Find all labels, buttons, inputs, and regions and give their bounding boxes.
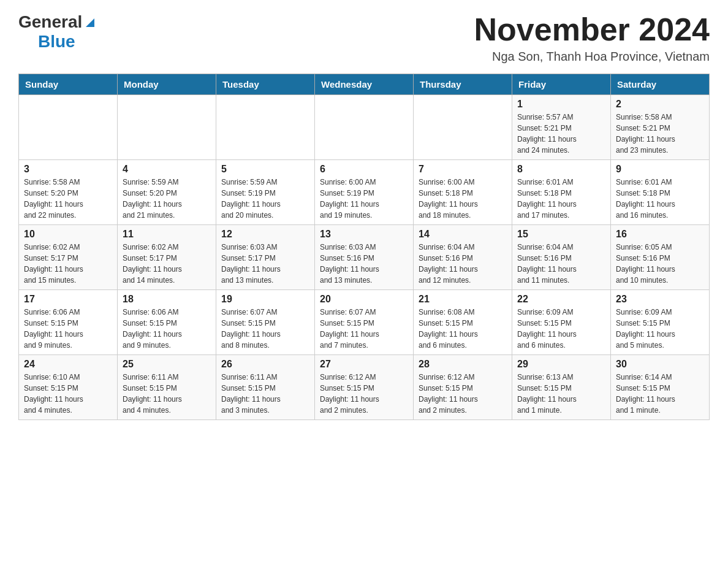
- calendar-cell: 3Sunrise: 5:58 AM Sunset: 5:20 PM Daylig…: [19, 160, 118, 225]
- day-number: 7: [419, 164, 507, 175]
- calendar-cell: 7Sunrise: 6:00 AM Sunset: 5:18 PM Daylig…: [414, 160, 512, 225]
- calendar-week-2: 3Sunrise: 5:58 AM Sunset: 5:20 PM Daylig…: [19, 160, 710, 225]
- calendar-body: 1Sunrise: 5:57 AM Sunset: 5:21 PM Daylig…: [19, 95, 710, 420]
- day-info: Sunrise: 6:07 AM Sunset: 5:15 PM Dayligh…: [320, 307, 408, 351]
- day-info: Sunrise: 6:00 AM Sunset: 5:19 PM Dayligh…: [320, 177, 408, 221]
- day-info: Sunrise: 6:09 AM Sunset: 5:15 PM Dayligh…: [616, 307, 704, 351]
- day-info: Sunrise: 6:00 AM Sunset: 5:18 PM Dayligh…: [419, 177, 507, 221]
- calendar-cell: 27Sunrise: 6:12 AM Sunset: 5:15 PM Dayli…: [315, 355, 414, 420]
- calendar-cell: 17Sunrise: 6:06 AM Sunset: 5:15 PM Dayli…: [19, 290, 118, 355]
- header-tuesday: Tuesday: [216, 74, 315, 95]
- logo-general-text: General: [18, 12, 82, 32]
- header-thursday: Thursday: [414, 74, 512, 95]
- day-number: 2: [616, 99, 704, 110]
- svg-marker-0: [86, 18, 94, 27]
- day-number: 24: [24, 359, 112, 370]
- calendar-cell: [414, 95, 512, 160]
- calendar-cell: 4Sunrise: 5:59 AM Sunset: 5:20 PM Daylig…: [118, 160, 216, 225]
- calendar-cell: 15Sunrise: 6:04 AM Sunset: 5:16 PM Dayli…: [512, 225, 611, 290]
- header: General Blue November 2024 Nga Son, Than…: [18, 12, 710, 64]
- logo-blue-text: Blue: [38, 32, 75, 52]
- calendar-cell: 29Sunrise: 6:13 AM Sunset: 5:15 PM Dayli…: [512, 355, 611, 420]
- header-wednesday: Wednesday: [315, 74, 414, 95]
- day-info: Sunrise: 6:03 AM Sunset: 5:16 PM Dayligh…: [320, 242, 408, 286]
- day-info: Sunrise: 5:57 AM Sunset: 5:21 PM Dayligh…: [517, 112, 605, 156]
- day-info: Sunrise: 6:13 AM Sunset: 5:15 PM Dayligh…: [517, 372, 605, 416]
- day-number: 5: [221, 164, 309, 175]
- day-number: 6: [320, 164, 408, 175]
- day-info: Sunrise: 6:02 AM Sunset: 5:17 PM Dayligh…: [123, 242, 211, 286]
- calendar-cell: 23Sunrise: 6:09 AM Sunset: 5:15 PM Dayli…: [611, 290, 710, 355]
- calendar-cell: 16Sunrise: 6:05 AM Sunset: 5:16 PM Dayli…: [611, 225, 710, 290]
- day-info: Sunrise: 6:12 AM Sunset: 5:15 PM Dayligh…: [320, 372, 408, 416]
- day-number: 23: [616, 294, 704, 305]
- calendar-cell: 14Sunrise: 6:04 AM Sunset: 5:16 PM Dayli…: [414, 225, 512, 290]
- calendar-cell: [315, 95, 414, 160]
- calendar-cell: 18Sunrise: 6:06 AM Sunset: 5:15 PM Dayli…: [118, 290, 216, 355]
- day-info: Sunrise: 6:02 AM Sunset: 5:17 PM Dayligh…: [24, 242, 112, 286]
- calendar-cell: 30Sunrise: 6:14 AM Sunset: 5:15 PM Dayli…: [611, 355, 710, 420]
- day-number: 26: [221, 359, 309, 370]
- day-number: 25: [123, 359, 211, 370]
- day-number: 11: [123, 229, 211, 240]
- logo: General Blue: [18, 12, 97, 52]
- title-area: November 2024 Nga Son, Thanh Hoa Provinc…: [474, 12, 710, 64]
- day-number: 14: [419, 229, 507, 240]
- calendar-cell: 24Sunrise: 6:10 AM Sunset: 5:15 PM Dayli…: [19, 355, 118, 420]
- day-info: Sunrise: 6:04 AM Sunset: 5:16 PM Dayligh…: [517, 242, 605, 286]
- calendar-week-4: 17Sunrise: 6:06 AM Sunset: 5:15 PM Dayli…: [19, 290, 710, 355]
- calendar-cell: 22Sunrise: 6:09 AM Sunset: 5:15 PM Dayli…: [512, 290, 611, 355]
- calendar-cell: 13Sunrise: 6:03 AM Sunset: 5:16 PM Dayli…: [315, 225, 414, 290]
- calendar-header: Sunday Monday Tuesday Wednesday Thursday…: [19, 74, 710, 95]
- day-info: Sunrise: 6:14 AM Sunset: 5:15 PM Dayligh…: [616, 372, 704, 416]
- day-number: 28: [419, 359, 507, 370]
- day-number: 27: [320, 359, 408, 370]
- day-number: 30: [616, 359, 704, 370]
- header-saturday: Saturday: [611, 74, 710, 95]
- day-number: 13: [320, 229, 408, 240]
- day-number: 8: [517, 164, 605, 175]
- day-number: 12: [221, 229, 309, 240]
- day-info: Sunrise: 6:07 AM Sunset: 5:15 PM Dayligh…: [221, 307, 309, 351]
- calendar-cell: 20Sunrise: 6:07 AM Sunset: 5:15 PM Dayli…: [315, 290, 414, 355]
- day-info: Sunrise: 6:11 AM Sunset: 5:15 PM Dayligh…: [221, 372, 309, 416]
- day-number: 3: [24, 164, 112, 175]
- calendar-week-3: 10Sunrise: 6:02 AM Sunset: 5:17 PM Dayli…: [19, 225, 710, 290]
- calendar-week-5: 24Sunrise: 6:10 AM Sunset: 5:15 PM Dayli…: [19, 355, 710, 420]
- calendar-cell: 6Sunrise: 6:00 AM Sunset: 5:19 PM Daylig…: [315, 160, 414, 225]
- day-info: Sunrise: 5:59 AM Sunset: 5:19 PM Dayligh…: [221, 177, 309, 221]
- day-number: 18: [123, 294, 211, 305]
- day-info: Sunrise: 6:04 AM Sunset: 5:16 PM Dayligh…: [419, 242, 507, 286]
- day-info: Sunrise: 6:11 AM Sunset: 5:15 PM Dayligh…: [123, 372, 211, 416]
- calendar-table: Sunday Monday Tuesday Wednesday Thursday…: [18, 74, 710, 420]
- calendar-cell: 8Sunrise: 6:01 AM Sunset: 5:18 PM Daylig…: [512, 160, 611, 225]
- calendar-cell: 28Sunrise: 6:12 AM Sunset: 5:15 PM Dayli…: [414, 355, 512, 420]
- day-info: Sunrise: 6:08 AM Sunset: 5:15 PM Dayligh…: [419, 307, 507, 351]
- main-title: November 2024: [474, 12, 710, 47]
- day-info: Sunrise: 5:58 AM Sunset: 5:20 PM Dayligh…: [24, 177, 112, 221]
- calendar-week-1: 1Sunrise: 5:57 AM Sunset: 5:21 PM Daylig…: [19, 95, 710, 160]
- calendar-cell: 25Sunrise: 6:11 AM Sunset: 5:15 PM Dayli…: [118, 355, 216, 420]
- day-number: 21: [419, 294, 507, 305]
- calendar-cell: 5Sunrise: 5:59 AM Sunset: 5:19 PM Daylig…: [216, 160, 315, 225]
- header-friday: Friday: [512, 74, 611, 95]
- day-info: Sunrise: 6:01 AM Sunset: 5:18 PM Dayligh…: [517, 177, 605, 221]
- calendar-cell: [216, 95, 315, 160]
- calendar-cell: 10Sunrise: 6:02 AM Sunset: 5:17 PM Dayli…: [19, 225, 118, 290]
- day-number: 22: [517, 294, 605, 305]
- calendar-cell: 2Sunrise: 5:58 AM Sunset: 5:21 PM Daylig…: [611, 95, 710, 160]
- day-info: Sunrise: 6:06 AM Sunset: 5:15 PM Dayligh…: [24, 307, 112, 351]
- day-number: 10: [24, 229, 112, 240]
- day-info: Sunrise: 6:09 AM Sunset: 5:15 PM Dayligh…: [517, 307, 605, 351]
- day-number: 4: [123, 164, 211, 175]
- day-number: 9: [616, 164, 704, 175]
- day-info: Sunrise: 6:06 AM Sunset: 5:15 PM Dayligh…: [123, 307, 211, 351]
- calendar-cell: 12Sunrise: 6:03 AM Sunset: 5:17 PM Dayli…: [216, 225, 315, 290]
- day-info: Sunrise: 5:59 AM Sunset: 5:20 PM Dayligh…: [123, 177, 211, 221]
- day-number: 17: [24, 294, 112, 305]
- subtitle: Nga Son, Thanh Hoa Province, Vietnam: [474, 50, 710, 64]
- day-number: 19: [221, 294, 309, 305]
- logo-triangle-icon: [83, 16, 97, 29]
- calendar-cell: [118, 95, 216, 160]
- calendar-cell: 9Sunrise: 6:01 AM Sunset: 5:18 PM Daylig…: [611, 160, 710, 225]
